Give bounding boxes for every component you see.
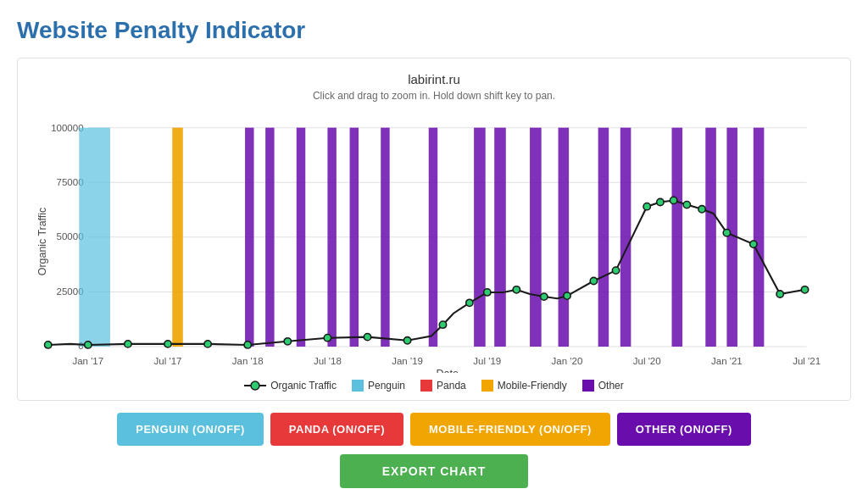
svg-point-11 [284, 338, 291, 345]
other-bar-14 [672, 128, 683, 347]
other-bar-12 [598, 128, 609, 347]
other-bar-1 [245, 128, 253, 347]
svg-point-6 [85, 342, 92, 348]
svg-point-25 [670, 197, 676, 203]
legend-organic-label: Organic Traffic [270, 380, 337, 392]
legend-penguin-label: Penguin [368, 380, 405, 392]
organic-traffic-line [48, 200, 805, 344]
chart-subtitle: Click and drag to zoom in. Hold down shi… [35, 90, 833, 102]
other-bar-11 [559, 128, 570, 347]
legend-penguin-swatch [352, 380, 364, 392]
panda-toggle-button[interactable]: PANDA (ON/OFF) [270, 413, 403, 446]
other-toggle-button[interactable]: OTHER (ON/OFF) [617, 413, 751, 446]
export-row: EXPORT CHART [17, 454, 851, 488]
other-bar-17 [754, 128, 765, 347]
svg-point-14 [403, 337, 410, 344]
legend-other-swatch [582, 380, 594, 392]
svg-point-31 [801, 286, 808, 293]
x-tick-jul19: Jul '19 [473, 356, 501, 366]
chart-svg[interactable]: Organic Traffic 0 25000 50000 75000 1000… [35, 110, 833, 373]
penguin-bar [79, 128, 110, 347]
svg-point-33 [251, 381, 259, 390]
legend-other-label: Other [598, 380, 624, 392]
legend-penguin: Penguin [352, 380, 405, 392]
svg-point-19 [541, 293, 548, 300]
legend-mobile-label: Mobile-Friendly [498, 380, 567, 392]
chart-container: labirint.ru Click and drag to zoom in. H… [17, 58, 851, 401]
legend-mobile-swatch [481, 380, 493, 392]
chart-legend: Organic Traffic Penguin Panda Mobile-Fri… [35, 380, 833, 392]
legend-other: Other [582, 380, 624, 392]
y-axis-title: Organic Traffic [36, 208, 47, 275]
svg-point-15 [439, 321, 446, 328]
mobile-toggle-button[interactable]: MOBILE-FRIENDLY (ON/OFF) [410, 413, 610, 446]
other-bar-7 [429, 128, 437, 347]
mobile-bar [172, 128, 183, 347]
svg-point-12 [324, 335, 331, 342]
svg-point-28 [723, 230, 730, 236]
x-tick-jul18: Jul '18 [314, 356, 342, 366]
x-tick-jan19: Jan '19 [392, 356, 423, 366]
svg-point-29 [750, 241, 757, 247]
svg-point-26 [683, 201, 690, 208]
other-bar-10 [530, 128, 542, 347]
x-axis-title: Date [436, 368, 459, 373]
other-bar-3 [297, 128, 305, 347]
other-bar-4 [327, 128, 336, 347]
other-bar-2 [265, 128, 274, 347]
legend-organic: Organic Traffic [244, 380, 337, 392]
svg-point-21 [590, 277, 597, 284]
svg-point-30 [776, 291, 783, 297]
svg-point-18 [513, 286, 520, 293]
chart-title: labirint.ru [35, 72, 833, 86]
legend-organic-icon [244, 380, 266, 392]
x-tick-jan17: Jan '17 [72, 356, 103, 366]
x-tick-jan20: Jan '20 [552, 356, 583, 366]
chart-area[interactable]: Organic Traffic 0 25000 50000 75000 1000… [35, 110, 833, 373]
other-bar-5 [350, 128, 359, 347]
svg-point-20 [564, 292, 570, 299]
svg-point-8 [164, 341, 171, 347]
traffic-dots [45, 197, 809, 348]
page-title: Website Penalty Indicator [17, 17, 851, 44]
svg-point-5 [45, 342, 52, 348]
other-bar-8 [474, 128, 486, 347]
x-tick-jan21: Jan '21 [711, 356, 743, 366]
x-tick-jul20: Jul '20 [633, 356, 661, 366]
svg-point-17 [484, 289, 491, 296]
svg-point-16 [466, 299, 473, 306]
x-tick-jan18: Jan '18 [232, 356, 264, 366]
svg-point-22 [612, 267, 619, 274]
other-bar-6 [381, 128, 389, 347]
penguin-toggle-button[interactable]: PENGUIN (ON/OFF) [117, 413, 264, 446]
svg-point-27 [698, 206, 705, 213]
control-buttons-row: PENGUIN (ON/OFF) PANDA (ON/OFF) MOBILE-F… [17, 413, 851, 446]
legend-mobile: Mobile-Friendly [481, 380, 567, 392]
svg-point-9 [204, 341, 211, 347]
x-tick-jul21: Jul '21 [793, 356, 821, 366]
legend-panda-swatch [420, 380, 432, 392]
other-bar-15 [705, 128, 716, 347]
svg-point-24 [657, 198, 664, 205]
svg-point-23 [643, 203, 650, 210]
other-bar-13 [620, 128, 632, 347]
y-tick-100000: 100000 [51, 123, 83, 133]
svg-point-13 [364, 334, 370, 341]
x-tick-jul17: Jul '17 [154, 356, 182, 366]
svg-point-7 [125, 341, 131, 347]
legend-panda-label: Panda [437, 380, 466, 392]
export-chart-button[interactable]: EXPORT CHART [340, 454, 528, 488]
other-bar-9 [494, 128, 506, 347]
legend-panda: Panda [420, 380, 466, 392]
svg-point-10 [244, 342, 251, 348]
